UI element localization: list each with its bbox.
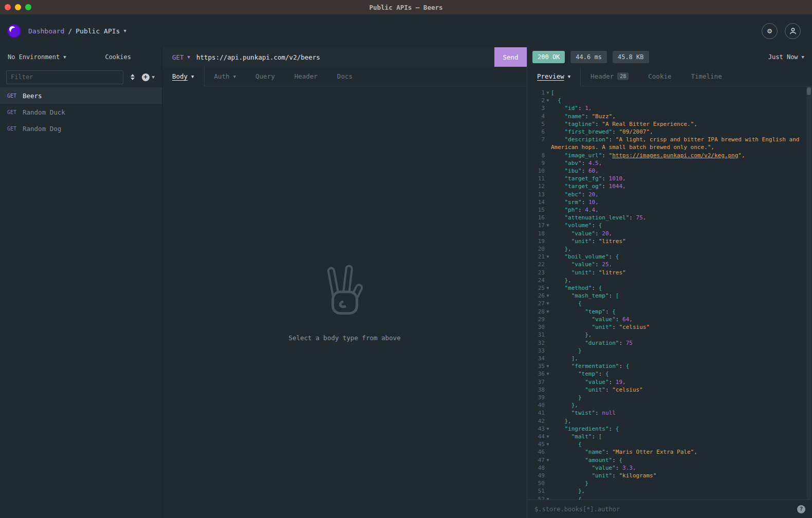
response-when-label: Just Now — [768, 53, 798, 61]
method-selector[interactable]: GET ▼ — [162, 47, 196, 67]
breadcrumb-dashboard-link[interactable]: Dashboard — [28, 27, 64, 35]
line-number: 36 — [527, 370, 545, 378]
code-line: 38 "unit": "celsius" — [527, 386, 811, 394]
url-input[interactable]: https://api.punkapi.com/v2/beers — [196, 47, 494, 67]
fold-spacer — [545, 331, 551, 339]
code-content: "value": 20, — [551, 230, 811, 237]
fold-caret-icon[interactable]: ▼ — [545, 495, 551, 499]
response-tab-cookie[interactable]: Cookie — [638, 67, 681, 86]
code-content: "ingredients": { — [551, 425, 811, 433]
sidebar-filter-row: + ▼ — [0, 67, 162, 87]
request-tab-docs[interactable]: Docs — [327, 67, 362, 86]
response-history-dropdown[interactable]: Just Now ▼ — [768, 53, 804, 61]
response-filter-bar: ? — [527, 499, 811, 518]
code-line: 41 "twist": null — [527, 409, 811, 417]
code-content: }, — [551, 487, 811, 495]
line-number: 8 — [527, 152, 545, 159]
fold-caret-icon[interactable]: ▼ — [545, 370, 551, 378]
fold-caret-icon[interactable]: ▼ — [545, 308, 551, 316]
line-number: 26 — [527, 292, 545, 300]
fold-caret-icon[interactable]: ▼ — [545, 292, 551, 300]
code-line: 1▼[ — [527, 89, 811, 97]
code-content: "id": 1, — [551, 104, 811, 112]
line-number: 46 — [527, 448, 545, 456]
response-tab-preview[interactable]: Preview▼ — [527, 67, 581, 86]
line-number: 41 — [527, 409, 545, 417]
fold-spacer — [545, 128, 551, 136]
send-button[interactable]: Send — [494, 47, 527, 67]
workspace-dropdown-caret-icon[interactable]: ▼ — [123, 28, 126, 33]
fold-caret-icon[interactable]: ▼ — [545, 221, 551, 229]
line-number: 52 — [527, 495, 545, 499]
fold-spacer — [545, 191, 551, 198]
line-number: 50 — [527, 479, 545, 487]
fold-caret-icon[interactable]: ▼ — [545, 433, 551, 440]
fold-caret-icon[interactable]: ▼ — [545, 97, 551, 104]
create-request-button[interactable]: + ▼ — [142, 73, 155, 81]
tab-label: Timeline — [691, 72, 722, 80]
breadcrumb-current-workspace[interactable]: Public APIs — [76, 27, 120, 35]
tab-label: Docs — [337, 72, 353, 80]
fold-caret-icon[interactable]: ▼ — [545, 253, 551, 261]
code-line: 23 "unit": "litres" — [527, 269, 811, 276]
fold-caret-icon[interactable]: ▼ — [545, 284, 551, 292]
sidebar-request-random-dog[interactable]: GETRandom Dog — [0, 120, 162, 137]
cookies-button[interactable]: Cookies — [105, 53, 131, 61]
line-number: 35 — [527, 362, 545, 370]
code-line: 49 "unit": "kilograms" — [527, 472, 811, 479]
request-tab-body[interactable]: Body▼ — [162, 67, 205, 86]
fold-spacer — [545, 104, 551, 112]
size-badge: 45.8 KB — [613, 51, 649, 63]
sort-icon[interactable] — [131, 74, 135, 80]
scrollbar-thumb[interactable] — [807, 87, 811, 95]
fold-caret-icon[interactable]: ▼ — [545, 89, 551, 97]
code-line: 31 }, — [527, 331, 811, 339]
line-number: 45 — [527, 440, 545, 448]
code-content: "value": 25, — [551, 261, 811, 268]
request-tab-header[interactable]: Header — [285, 67, 327, 86]
fold-caret-icon[interactable]: ▼ — [545, 362, 551, 370]
fold-caret-icon[interactable]: ▼ — [545, 300, 551, 307]
code-line: 52▼ { — [527, 495, 811, 499]
fold-caret-icon[interactable]: ▼ — [545, 440, 551, 448]
sidebar-request-random-duck[interactable]: GETRandom Duck — [0, 104, 162, 120]
sidebar-request-beers[interactable]: GETBeers — [0, 87, 162, 104]
environment-selector[interactable]: No Environment ▼ — [8, 53, 66, 61]
request-tab-auth[interactable]: Auth▼ — [205, 67, 246, 86]
sidebar-filter-input[interactable] — [6, 70, 123, 84]
fold-spacer — [545, 120, 551, 128]
code-line: 21▼ "boil_volume": { — [527, 253, 811, 261]
response-tab-timeline[interactable]: Timeline — [681, 67, 731, 86]
fold-spacer — [545, 261, 551, 268]
header-count-badge: 28 — [617, 72, 629, 80]
fold-spacer — [545, 409, 551, 417]
code-content: "target_fg": 1010, — [551, 175, 811, 182]
response-tab-header[interactable]: Header28 — [581, 67, 638, 86]
code-content: "amount": { — [551, 456, 811, 464]
account-button[interactable] — [785, 23, 801, 39]
code-line: 35▼ "fermentation": { — [527, 362, 811, 370]
line-number: 34 — [527, 355, 545, 362]
code-content: "value": 64, — [551, 316, 811, 323]
editor-scrollbar[interactable] — [806, 86, 811, 499]
line-number: 19 — [527, 237, 545, 245]
request-tab-query[interactable]: Query — [246, 67, 285, 86]
fold-caret-icon[interactable]: ▼ — [545, 425, 551, 433]
line-number: 24 — [527, 276, 545, 284]
code-line: 34 ], — [527, 355, 811, 362]
code-content: "first_brewed": "09/2007", — [551, 128, 811, 136]
code-line: 19 "unit": "litres" — [527, 237, 811, 245]
fold-spacer — [545, 245, 551, 253]
line-number: 49 — [527, 472, 545, 479]
fold-caret-icon[interactable]: ▼ — [545, 456, 551, 464]
response-body-viewer[interactable]: 1▼[2▼ {3 "id": 1,4 "name": "Buzz",5 "tag… — [527, 86, 811, 499]
tab-label: Query — [255, 72, 275, 80]
code-content: }, — [551, 331, 811, 339]
settings-button[interactable]: ⚙ — [762, 23, 778, 39]
fold-spacer — [545, 355, 551, 362]
line-number: 12 — [527, 182, 545, 190]
response-filter-input[interactable] — [534, 506, 792, 513]
user-icon — [789, 27, 797, 35]
help-icon[interactable]: ? — [797, 505, 805, 513]
code-content: { — [551, 97, 811, 104]
